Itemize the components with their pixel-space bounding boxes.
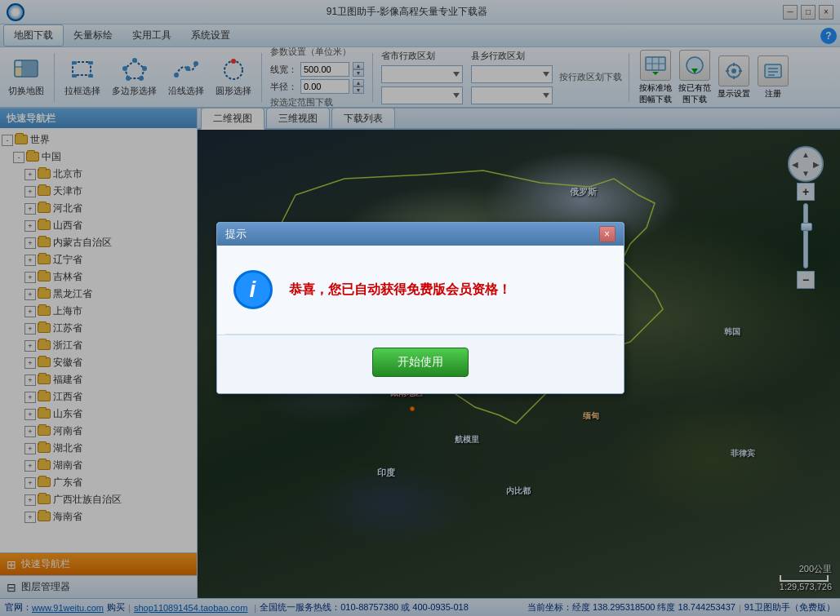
dialog-close-button[interactable]: × — [599, 226, 616, 242]
dialog-titlebar: 提示 × — [217, 223, 624, 246]
dialog-start-button[interactable]: 开始使用 — [372, 348, 469, 377]
info-icon-letter: i — [250, 277, 256, 303]
dialog-footer: 开始使用 — [217, 335, 624, 393]
dialog: 提示 × i 恭喜，您已自动获得免费版会员资格！ 开始使用 — [216, 222, 624, 394]
dialog-message: 恭喜，您已自动获得免费版会员资格！ — [289, 281, 511, 299]
dialog-info-icon: i — [233, 270, 273, 309]
dialog-title: 提示 — [225, 227, 599, 242]
dialog-body: i 恭喜，您已自动获得免费版会员资格！ — [217, 246, 624, 334]
dialog-overlay: 提示 × i 恭喜，您已自动获得免费版会员资格！ 开始使用 — [0, 0, 840, 616]
